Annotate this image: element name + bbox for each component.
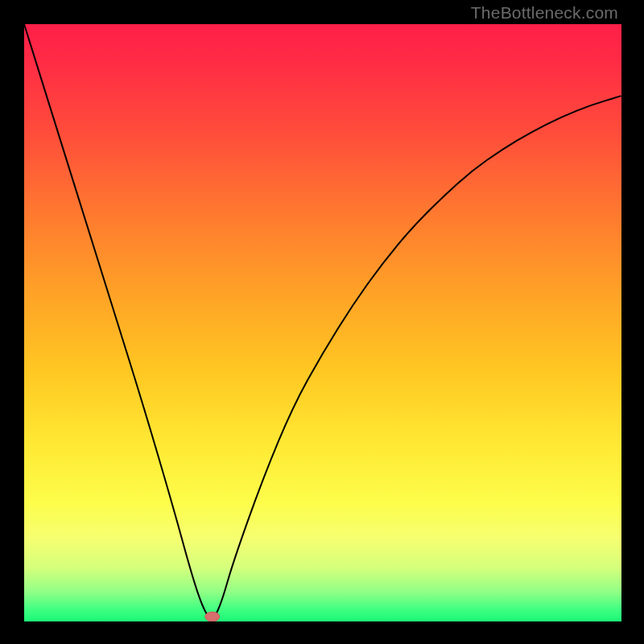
plot-area [24, 24, 621, 621]
chart-container: TheBottleneck.com [0, 0, 644, 644]
watermark-text: TheBottleneck.com [471, 3, 618, 23]
minimum-marker [205, 612, 220, 621]
bottleneck-curve [24, 24, 621, 621]
